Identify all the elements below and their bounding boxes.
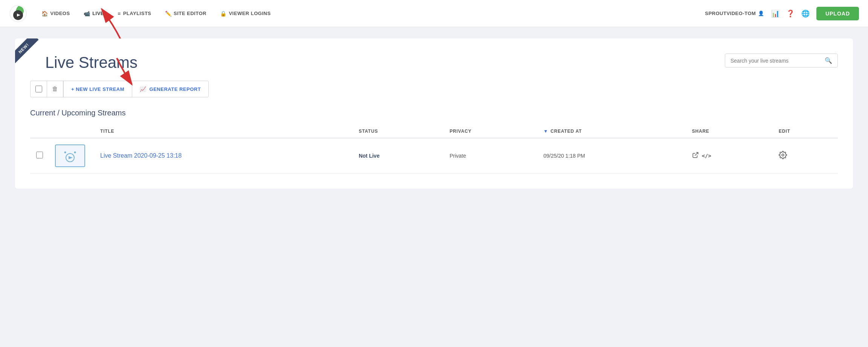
lock-icon: 🔒 (220, 11, 227, 17)
th-thumbnail (49, 125, 94, 138)
search-input[interactable] (730, 58, 825, 64)
navbar: 🏠 VIDEOS 📹 LIVE ≡ PLAYLISTS ✏️ SITE EDIT… (0, 0, 868, 27)
thumbnail-svg (57, 146, 83, 165)
created-at-column-label: CREATED AT (550, 129, 582, 134)
table-row: Live Stream 2020-09-25 13:18 Not Live Pr… (30, 138, 838, 174)
logo[interactable] (9, 5, 27, 23)
main-content: NEW! Live Streams 🔍 🗑 + NEW LIVE STREAM … (0, 27, 868, 200)
row-checkbox[interactable] (36, 152, 43, 158)
sort-arrow-icon: ▼ (543, 129, 548, 134)
th-status: STATUS (353, 125, 443, 138)
status-column-label: STATUS (359, 129, 378, 134)
globe-icon[interactable]: 🌐 (801, 9, 810, 18)
generate-report-label: GENERATE REPORT (150, 86, 201, 92)
new-live-stream-button[interactable]: + NEW LIVE STREAM (63, 81, 132, 97)
nav-label-live: LIVE (92, 11, 104, 16)
nav-label-videos: VIDEOS (50, 11, 70, 16)
privacy-value: Private (449, 153, 466, 159)
svg-point-10 (782, 154, 784, 156)
created-at-value: 09/25/20 1:18 PM (543, 153, 585, 159)
search-box[interactable]: 🔍 (725, 54, 838, 68)
table-body: Live Stream 2020-09-25 13:18 Not Live Pr… (30, 138, 838, 174)
list-icon: ≡ (118, 11, 121, 17)
new-badge-text: NEW! (15, 38, 39, 63)
home-icon: 🏠 (41, 11, 48, 17)
new-badge: NEW! (15, 38, 45, 69)
page-title: Live Streams (45, 54, 138, 72)
nav-items: 🏠 VIDEOS 📹 LIVE ≡ PLAYLISTS ✏️ SITE EDIT… (36, 8, 705, 20)
stream-title-link[interactable]: Live Stream 2020-09-25 13:18 (100, 152, 182, 159)
page-card: NEW! Live Streams 🔍 🗑 + NEW LIVE STREAM … (15, 38, 853, 189)
svg-point-6 (74, 152, 76, 154)
share-column-label: SHARE (692, 129, 709, 134)
page-header: Live Streams 🔍 (30, 50, 838, 72)
row-status-cell: Not Live (353, 138, 443, 174)
nav-item-videos[interactable]: 🏠 VIDEOS (36, 8, 75, 20)
help-icon[interactable]: ❓ (786, 9, 795, 18)
privacy-column-label: PRIVACY (449, 129, 471, 134)
new-stream-label: + NEW LIVE STREAM (71, 86, 124, 92)
upload-button[interactable]: UPLOAD (816, 7, 859, 20)
nav-item-playlists[interactable]: ≡ PLAYLISTS (112, 8, 157, 20)
select-all-checkbox[interactable] (35, 86, 42, 92)
section-title: Current / Upcoming Streams (30, 109, 838, 117)
share-icons: </> (692, 152, 767, 160)
nav-item-live[interactable]: 📹 LIVE (78, 8, 109, 20)
row-share-cell: </> (686, 138, 773, 174)
nav-label-playlists: PLAYLISTS (123, 11, 151, 16)
row-checkbox-cell (30, 138, 49, 174)
pencil-icon: ✏️ (165, 11, 172, 17)
edit-settings-icon[interactable] (779, 153, 787, 161)
nav-item-viewer-logins[interactable]: 🔒 VIEWER LOGINS (215, 8, 276, 20)
chart-icon: 📈 (140, 86, 147, 92)
video-icon: 📹 (84, 11, 90, 17)
navbar-right: SPROUTVIDEO-TOM 👤 📊 ❓ 🌐 UPLOAD (705, 7, 859, 20)
row-title-cell: Live Stream 2020-09-25 13:18 (94, 138, 353, 174)
th-share: SHARE (686, 125, 773, 138)
embed-code-icon[interactable]: </> (702, 153, 711, 159)
nav-label-viewer-logins: VIEWER LOGINS (229, 11, 270, 16)
row-privacy-cell: Private (443, 138, 537, 174)
share-link-icon[interactable] (692, 152, 699, 160)
generate-report-button[interactable]: 📈 GENERATE REPORT (132, 81, 209, 97)
username-text: SPROUTVIDEO-TOM (705, 11, 756, 16)
user-icon: 👤 (758, 11, 764, 16)
th-privacy: PRIVACY (443, 125, 537, 138)
th-checkbox (30, 125, 49, 138)
th-created-at[interactable]: ▼ CREATED AT (537, 125, 686, 138)
svg-marker-8 (69, 156, 73, 159)
stream-thumbnail (55, 144, 85, 167)
delete-button[interactable]: 🗑 (47, 81, 63, 97)
title-column-label: TITLE (100, 129, 114, 134)
nav-label-site-editor: SITE EDITOR (174, 11, 206, 16)
select-all-checkbox-button[interactable] (30, 81, 47, 97)
streams-table: TITLE STATUS PRIVACY ▼ CREATED AT SHARE (30, 125, 838, 174)
svg-line-9 (695, 152, 698, 155)
toolbar: 🗑 + NEW LIVE STREAM 📈 GENERATE REPORT (30, 81, 838, 97)
analytics-icon[interactable]: 📊 (771, 9, 779, 18)
row-edit-cell (773, 138, 838, 174)
row-thumbnail-cell (49, 138, 94, 174)
edit-column-label: EDIT (779, 129, 790, 134)
row-date-cell: 09/25/20 1:18 PM (537, 138, 686, 174)
svg-point-5 (64, 152, 66, 154)
th-edit: EDIT (773, 125, 838, 138)
nav-item-site-editor[interactable]: ✏️ SITE EDITOR (160, 8, 212, 20)
table-header: TITLE STATUS PRIVACY ▼ CREATED AT SHARE (30, 125, 838, 138)
th-title: TITLE (94, 125, 353, 138)
username-display[interactable]: SPROUTVIDEO-TOM 👤 (705, 11, 764, 16)
status-badge: Not Live (359, 153, 379, 159)
search-icon: 🔍 (825, 57, 832, 64)
